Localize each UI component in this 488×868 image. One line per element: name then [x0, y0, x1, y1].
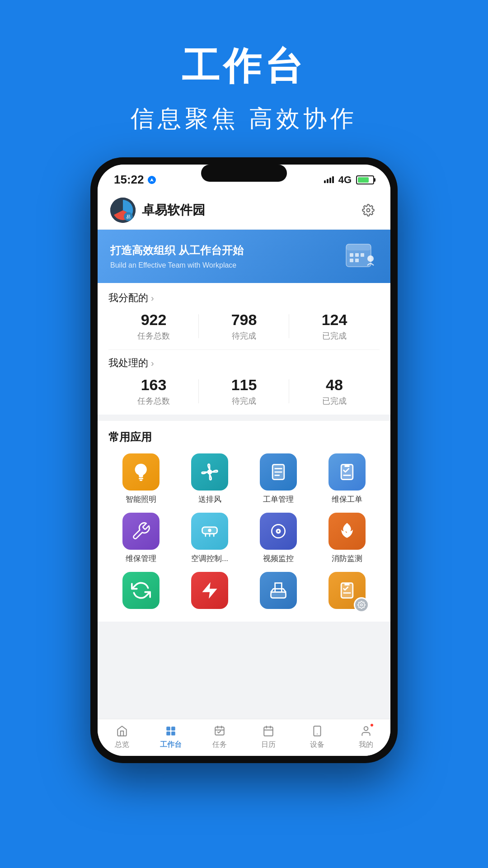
apps-section: 常用应用 智能照明	[98, 421, 390, 622]
tab-workspace-label: 工作台	[160, 740, 182, 750]
svg-rect-25	[166, 731, 170, 736]
assigned-done: 124 已完成	[289, 311, 380, 341]
svg-rect-8	[361, 253, 364, 257]
assigned-total: 922 任务总数	[108, 311, 199, 341]
tab-overview[interactable]: 总览	[98, 724, 146, 750]
tab-tasks-label: 任务	[212, 740, 227, 750]
app-item-5[interactable]: 空调控制...	[177, 513, 242, 564]
assigned-total-value: 922	[108, 311, 199, 329]
settings-button[interactable]	[359, 201, 378, 220]
phone-frame: 15:22 4G	[90, 157, 398, 763]
app-logo: 易 卓易软件园	[110, 198, 205, 223]
app-header: 易 卓易软件园	[98, 191, 390, 230]
tab-calendar-label: 日历	[261, 740, 276, 750]
svg-rect-5	[346, 244, 371, 250]
stats-card: 我分配的 › 922 任务总数 798 待完成 124	[98, 283, 390, 415]
task-icon	[212, 724, 227, 738]
banner-illustration	[342, 241, 378, 272]
tab-workspace[interactable]: 工作台	[146, 724, 195, 750]
grid-icon	[164, 724, 178, 738]
app-item-11[interactable]	[314, 572, 380, 613]
svg-point-30	[364, 726, 368, 731]
status-time: 15:22	[114, 173, 156, 187]
calendar-icon	[261, 724, 276, 738]
app-item-7[interactable]: 消防监测	[314, 513, 380, 564]
svg-rect-28	[264, 727, 273, 736]
handled-done-value: 48	[289, 376, 380, 394]
banner: 打造高效组织 从工作台开始 Build an Effective Team wi…	[98, 230, 390, 283]
assigned-pending-value: 798	[199, 311, 289, 329]
svg-rect-20	[271, 592, 286, 598]
badge-dot	[370, 723, 374, 727]
company-name: 卓易软件园	[142, 202, 205, 219]
assigned-stats-row: 922 任务总数 798 待完成 124 已完成	[108, 311, 380, 341]
apps-title: 常用应用	[108, 430, 380, 444]
app-item-3[interactable]: 维保工单	[314, 453, 380, 505]
handled-section-title[interactable]: 我处理的 ›	[108, 356, 380, 370]
app-item-2[interactable]: 工单管理	[246, 453, 311, 505]
app-item-6[interactable]: 视频监控	[246, 513, 311, 564]
svg-rect-26	[171, 731, 175, 736]
assigned-chevron: ›	[151, 293, 154, 303]
app-item-8[interactable]	[108, 572, 174, 613]
app-item-1[interactable]: 送排风	[177, 453, 242, 505]
home-icon	[115, 724, 129, 738]
assigned-pending-label: 待完成	[199, 330, 289, 341]
phone-notch	[201, 165, 287, 182]
handled-done: 48 已完成	[289, 376, 380, 406]
svg-point-12	[207, 470, 212, 475]
assigned-pending: 798 待完成	[199, 311, 289, 341]
device-icon	[310, 724, 324, 738]
tab-calendar[interactable]: 日历	[244, 724, 293, 750]
page-header: 工作台 信息聚焦 高效协作	[131, 0, 357, 157]
assigned-total-label: 任务总数	[108, 330, 199, 341]
page-title: 工作台	[131, 41, 357, 92]
handled-chevron: ›	[151, 358, 154, 368]
handled-pending-label: 待完成	[199, 396, 289, 406]
tab-mine[interactable]: 我的	[342, 724, 390, 750]
banner-sub-text: Build an Effective Team with Workplace	[110, 261, 244, 269]
app-item-9[interactable]	[177, 572, 242, 613]
status-right: 4G	[324, 174, 374, 186]
handled-done-label: 已完成	[289, 396, 380, 406]
svg-rect-7	[355, 253, 359, 257]
svg-rect-27	[215, 727, 224, 735]
tab-bar: 总览 工作台	[98, 719, 390, 756]
assigned-section-title[interactable]: 我分配的 ›	[108, 291, 380, 305]
tab-device-label: 设备	[310, 740, 324, 750]
signal-icon	[324, 176, 334, 183]
page-subtitle: 信息聚焦 高效协作	[131, 103, 357, 135]
app-item-0[interactable]: 智能照明	[108, 453, 174, 505]
handled-stats-row: 163 任务总数 115 待完成 48 已完成	[108, 376, 380, 406]
svg-rect-24	[171, 726, 175, 731]
svg-rect-9	[350, 259, 353, 262]
banner-text: 打造高效组织 从工作台开始 Build an Effective Team wi…	[110, 243, 244, 269]
banner-main-text: 打造高效组织 从工作台开始	[110, 243, 244, 258]
handled-total-value: 163	[108, 376, 199, 394]
tab-overview-label: 总览	[115, 740, 129, 750]
logo-icon: 易	[110, 198, 136, 223]
handled-total-label: 任务总数	[108, 396, 199, 406]
location-icon	[148, 176, 156, 184]
network-type: 4G	[338, 174, 352, 186]
svg-point-11	[367, 255, 374, 262]
assigned-done-value: 124	[289, 311, 380, 329]
assigned-done-label: 已完成	[289, 330, 380, 341]
svg-rect-6	[350, 253, 353, 257]
svg-point-22	[361, 604, 363, 606]
app-item-10[interactable]	[246, 572, 311, 613]
person-icon	[359, 724, 373, 738]
handled-total: 163 任务总数	[108, 376, 199, 406]
svg-point-19	[277, 530, 279, 532]
svg-text:易: 易	[126, 214, 131, 219]
tab-device[interactable]: 设备	[293, 724, 342, 750]
handled-pending-value: 115	[199, 376, 289, 394]
svg-rect-29	[314, 726, 320, 736]
svg-rect-10	[355, 259, 359, 262]
handled-pending: 115 待完成	[199, 376, 289, 406]
svg-point-3	[367, 209, 370, 212]
tab-mine-label: 我的	[359, 740, 373, 750]
svg-point-16	[208, 529, 211, 532]
app-item-4[interactable]: 维保管理	[108, 513, 174, 564]
tab-tasks[interactable]: 任务	[195, 724, 244, 750]
